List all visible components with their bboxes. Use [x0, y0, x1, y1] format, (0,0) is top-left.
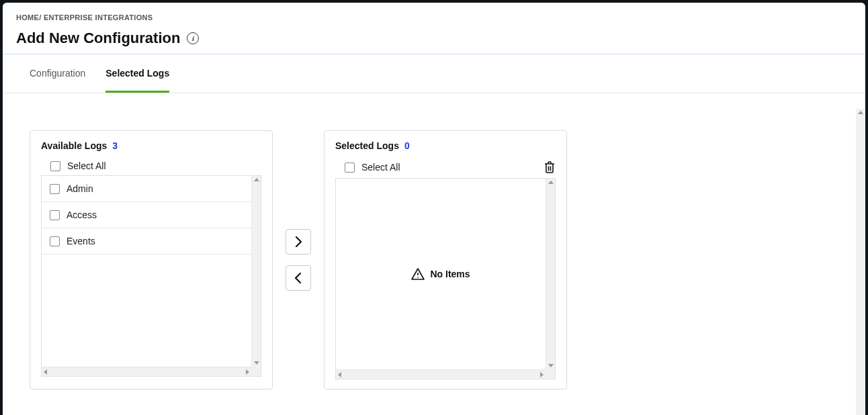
available-select-all-checkbox[interactable] — [50, 161, 60, 171]
chevron-right-icon — [294, 236, 303, 248]
scroll-up-icon — [254, 178, 259, 181]
available-logs-header: Available Logs 3 — [41, 140, 261, 151]
list-item-checkbox[interactable] — [50, 210, 60, 220]
warning-icon — [411, 268, 425, 280]
list-item[interactable]: Events — [42, 228, 251, 255]
delete-button[interactable] — [544, 160, 556, 174]
empty-state: No Items — [336, 179, 546, 369]
content-inner: Available Logs 3 Select All Admin — [3, 109, 865, 411]
selected-select-all-row: Select All — [345, 160, 556, 174]
empty-state-label: No Items — [430, 269, 470, 279]
scroll-left-icon — [338, 372, 341, 377]
scroll-down-icon — [254, 361, 259, 365]
available-horizontal-scrollbar[interactable] — [42, 367, 251, 376]
scroll-right-icon — [540, 372, 544, 377]
trash-icon — [544, 160, 556, 174]
info-icon[interactable]: i — [187, 32, 199, 44]
selected-horizontal-scrollbar[interactable] — [336, 369, 546, 379]
available-vertical-scrollbar[interactable] — [251, 176, 261, 367]
list-item[interactable]: Admin — [42, 176, 251, 202]
selected-logs-header: Selected Logs 0 — [335, 140, 556, 151]
selected-logs-count: 0 — [404, 140, 410, 151]
dual-list: Available Logs 3 Select All Admin — [30, 130, 838, 389]
selected-select-all-checkbox[interactable] — [345, 163, 355, 173]
chevron-left-icon — [294, 272, 303, 284]
svg-point-1 — [418, 277, 419, 278]
scroll-corner — [251, 367, 261, 376]
selected-select-all-label: Select All — [361, 162, 400, 173]
available-listbox: Admin Access Events — [41, 175, 261, 377]
list-item[interactable]: Access — [42, 202, 251, 228]
tabs: Configuration Selected Logs — [3, 54, 865, 93]
move-right-button[interactable] — [286, 229, 311, 255]
available-list-rows: Admin Access Events — [42, 176, 251, 367]
selected-logs-panel: Selected Logs 0 Select All — [324, 130, 567, 389]
list-item-label: Events — [67, 236, 95, 246]
available-select-all-label: Select All — [67, 160, 106, 171]
page-title: Add New Configuration — [16, 30, 180, 47]
tab-selected-logs[interactable]: Selected Logs — [105, 54, 169, 93]
list-item-label: Admin — [67, 183, 93, 194]
breadcrumb: HOME/ ENTERPRISE INTEGRATIONS — [16, 13, 852, 21]
scroll-right-icon — [246, 369, 249, 375]
scroll-down-icon — [548, 364, 554, 367]
list-item-checkbox[interactable] — [50, 236, 60, 246]
selected-vertical-scrollbar[interactable] — [546, 179, 555, 369]
available-logs-panel: Available Logs 3 Select All Admin — [30, 130, 273, 389]
selected-select-all-group: Select All — [345, 162, 400, 173]
selected-listbox: No Items — [335, 178, 556, 379]
page-title-row: Add New Configuration i — [16, 30, 852, 47]
breadcrumb-home[interactable]: HOME — [16, 13, 39, 21]
move-left-button[interactable] — [286, 265, 311, 291]
selected-logs-title: Selected Logs — [335, 140, 399, 151]
scroll-corner — [546, 369, 555, 379]
list-item-checkbox[interactable] — [50, 184, 60, 194]
available-logs-count: 3 — [112, 140, 118, 151]
app-frame: HOME/ ENTERPRISE INTEGRATIONS Add New Co… — [3, 3, 865, 415]
content-area: Available Logs 3 Select All Admin — [3, 109, 865, 415]
scroll-up-icon — [548, 181, 554, 184]
transfer-controls — [273, 130, 324, 389]
scroll-left-icon — [44, 369, 47, 375]
scroll-up-icon — [858, 111, 863, 114]
available-logs-title: Available Logs — [41, 140, 107, 151]
page-header: HOME/ ENTERPRISE INTEGRATIONS Add New Co… — [3, 3, 865, 54]
tab-configuration[interactable]: Configuration — [30, 54, 85, 93]
breadcrumb-separator: / — [39, 13, 41, 21]
page-vertical-scrollbar[interactable] — [856, 109, 865, 415]
breadcrumb-current: ENTERPRISE INTEGRATIONS — [44, 13, 153, 21]
available-select-all-row: Select All — [50, 160, 261, 171]
list-item-label: Access — [67, 210, 97, 220]
